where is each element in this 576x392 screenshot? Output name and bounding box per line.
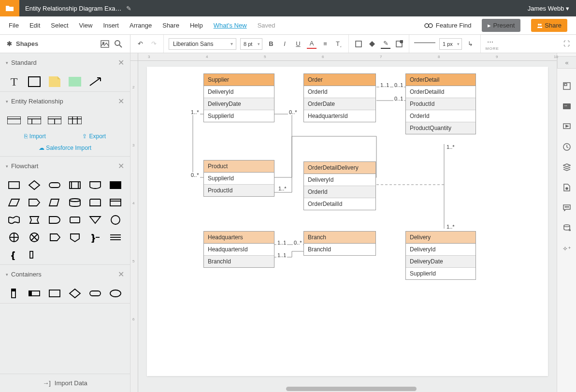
entity-field[interactable]: DeliveryId bbox=[304, 174, 375, 186]
flow-shape-14[interactable] bbox=[47, 214, 62, 226]
shape-box-icon[interactable] bbox=[354, 39, 363, 49]
entity-header[interactable]: Headquarters bbox=[204, 232, 274, 244]
section-containers[interactable]: ▾Containers✕ bbox=[0, 265, 130, 284]
font-select[interactable]: Liberation Sans bbox=[169, 38, 236, 50]
text-options-icon[interactable]: T˯ bbox=[334, 39, 344, 49]
flow-shape-23[interactable] bbox=[108, 232, 123, 243]
flow-shape-18[interactable] bbox=[7, 232, 21, 243]
flow-shape-2[interactable] bbox=[47, 179, 62, 191]
arrow-shape[interactable] bbox=[88, 76, 102, 87]
entity-odd[interactable]: OrderDetailDeliveryDeliveryIdOrderIdOrde… bbox=[303, 161, 376, 210]
font-size-select[interactable]: 8 pt bbox=[240, 38, 262, 50]
line-style[interactable] bbox=[414, 43, 435, 43]
block-shape[interactable] bbox=[68, 76, 82, 87]
horizontal-scrollbar[interactable] bbox=[146, 385, 557, 392]
entity-field[interactable]: OrderDetailId bbox=[304, 198, 375, 210]
entity-field[interactable]: OrderDetailId bbox=[406, 86, 475, 98]
er-shape-3[interactable] bbox=[47, 115, 62, 126]
image-icon[interactable] bbox=[100, 39, 110, 49]
entity-field[interactable]: HeadquartersId bbox=[304, 110, 375, 122]
note-shape[interactable] bbox=[47, 76, 62, 87]
entity-field[interactable]: BranchId bbox=[204, 256, 274, 267]
comments-icon[interactable]: "" bbox=[562, 102, 572, 111]
entity-header[interactable]: Branch bbox=[304, 232, 375, 244]
er-shape-2[interactable] bbox=[27, 115, 42, 126]
er-shape-4[interactable] bbox=[68, 115, 82, 126]
menu-whatsnew[interactable]: What's New bbox=[214, 22, 247, 29]
flow-shape-24[interactable]: { bbox=[7, 249, 21, 261]
entity-field[interactable]: DeliveryId bbox=[406, 244, 475, 256]
shapes-gear-icon[interactable]: ✱ bbox=[7, 40, 12, 47]
text-shape[interactable]: T bbox=[7, 76, 21, 87]
entity-orderdetail[interactable]: OrderDetailOrderDetailIdProductIdOrderId… bbox=[405, 73, 476, 134]
feature-find[interactable]: Feature Find bbox=[424, 22, 472, 29]
folder-icon[interactable] bbox=[0, 0, 19, 16]
entity-field[interactable]: HeadquartersId bbox=[204, 244, 274, 256]
er-import[interactable]: ⎘ Import bbox=[24, 133, 46, 140]
flow-shape-8[interactable] bbox=[47, 197, 62, 208]
er-shape-1[interactable] bbox=[7, 115, 21, 126]
menu-help[interactable]: Help bbox=[190, 22, 203, 29]
container-shape-0[interactable] bbox=[7, 288, 21, 299]
entity-field[interactable]: DeliveryDate bbox=[406, 256, 475, 268]
line-width-select[interactable]: 1 px bbox=[439, 38, 462, 50]
flow-shape-1[interactable] bbox=[27, 179, 42, 191]
entity-field[interactable]: OrderId bbox=[406, 110, 475, 122]
fullscreen-icon[interactable]: ⛶ bbox=[562, 39, 571, 49]
section-er[interactable]: ▾Entity Relationship✕ bbox=[0, 92, 130, 111]
flow-shape-21[interactable] bbox=[68, 232, 82, 243]
menu-view[interactable]: View bbox=[79, 22, 93, 29]
flow-shape-9[interactable] bbox=[68, 197, 82, 208]
close-icon[interactable]: ✕ bbox=[118, 97, 124, 106]
flow-shape-25[interactable] bbox=[27, 249, 42, 261]
entity-product[interactable]: ProductSupplierIdProductId bbox=[203, 160, 274, 197]
edit-title-icon[interactable]: ✎ bbox=[126, 5, 131, 12]
entity-field[interactable]: SupplierId bbox=[204, 173, 274, 185]
bold-icon[interactable]: B bbox=[266, 39, 276, 49]
align-icon[interactable]: ≡ bbox=[320, 39, 330, 49]
entity-field[interactable]: DeliveryId bbox=[204, 86, 274, 98]
rect-shape[interactable] bbox=[27, 76, 42, 87]
border-color-icon[interactable]: ✎ bbox=[381, 39, 390, 49]
flow-shape-22[interactable]: } bbox=[88, 232, 102, 243]
flow-shape-12[interactable] bbox=[7, 214, 21, 226]
italic-icon[interactable]: I bbox=[280, 39, 289, 49]
entity-field[interactable]: ProductId bbox=[406, 98, 475, 110]
container-shape-2[interactable] bbox=[47, 288, 62, 299]
entity-header[interactable]: Product bbox=[204, 160, 274, 173]
history-icon[interactable] bbox=[562, 142, 572, 152]
flow-shape-10[interactable] bbox=[88, 197, 102, 208]
entity-header[interactable]: Order bbox=[304, 74, 375, 86]
close-icon[interactable]: ✕ bbox=[118, 58, 124, 67]
section-flowchart[interactable]: ▾Flowchart✕ bbox=[0, 157, 130, 175]
fill-icon[interactable] bbox=[367, 39, 377, 49]
flow-shape-16[interactable] bbox=[88, 214, 102, 226]
menu-share[interactable]: Share bbox=[162, 22, 179, 29]
page[interactable]: SupplierDeliveryIdDeliveryDateSupplierId… bbox=[147, 67, 548, 376]
container-shape-3[interactable] bbox=[68, 288, 82, 299]
close-icon[interactable]: ✕ bbox=[118, 270, 124, 279]
menu-arrange[interactable]: Arrange bbox=[130, 22, 152, 29]
entity-supplier[interactable]: SupplierDeliveryIdDeliveryDateSupplierId bbox=[203, 73, 274, 122]
canvas[interactable]: SupplierDeliveryIdDeliveryDateSupplierId… bbox=[138, 61, 557, 392]
entity-header[interactable]: OrderDetailDelivery bbox=[304, 162, 375, 174]
menu-file[interactable]: File bbox=[9, 22, 19, 29]
share-button[interactable]: Share bbox=[531, 19, 567, 32]
user-menu[interactable]: James Webb ▾ bbox=[521, 5, 576, 12]
entity-field[interactable]: ProductId bbox=[204, 185, 274, 196]
underline-icon[interactable]: U bbox=[293, 39, 303, 49]
close-icon[interactable]: ✕ bbox=[118, 161, 124, 171]
flow-shape-11[interactable] bbox=[108, 197, 123, 208]
flow-shape-5[interactable] bbox=[108, 179, 123, 191]
entity-delivery[interactable]: DeliveryDeliveryIdDeliveryDateSupplierId bbox=[405, 231, 476, 280]
undo-icon[interactable]: ↶ bbox=[135, 39, 145, 49]
line-type-icon[interactable]: ↳ bbox=[466, 39, 475, 49]
navigator-icon[interactable] bbox=[562, 81, 572, 91]
flow-shape-7[interactable] bbox=[27, 197, 42, 208]
flow-shape-4[interactable] bbox=[88, 179, 102, 191]
flow-shape-3[interactable] bbox=[68, 179, 82, 191]
import-data-button[interactable]: →] Import Data bbox=[0, 374, 130, 392]
entity-field[interactable]: SupplierId bbox=[204, 110, 274, 122]
entity-field[interactable]: BranchId bbox=[304, 244, 375, 255]
data-icon[interactable] bbox=[562, 223, 572, 233]
